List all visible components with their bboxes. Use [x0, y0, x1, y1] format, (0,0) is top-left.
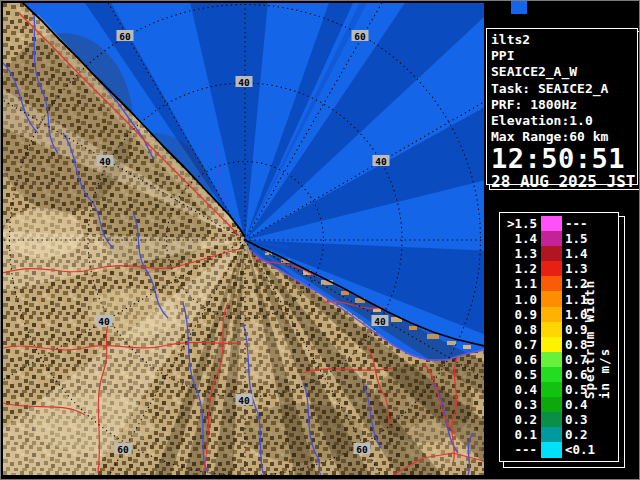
info-panel: ilts2 PPI SEAICE2_A_W Task: SEAICE2_A PR…: [486, 28, 638, 185]
svg-text:60: 60: [354, 31, 366, 42]
legend-low-label: 0.2: [500, 412, 537, 427]
legend-low-label: 0.7: [500, 337, 537, 352]
svg-text:40: 40: [238, 77, 250, 88]
range-label: 40: [97, 155, 114, 167]
legend-row: 1.41.5: [500, 231, 618, 246]
elevation-value: Elevation:1.0: [491, 113, 637, 129]
legend-low-label: 0.6: [500, 352, 537, 367]
legend-color-swatch: [541, 261, 562, 276]
svg-text:40: 40: [375, 156, 387, 167]
legend-row: >1.5---: [500, 216, 618, 231]
svg-text:40: 40: [374, 316, 386, 327]
legend-low-label: 1.3: [500, 246, 537, 261]
legend-high-label: 0.4: [565, 397, 588, 412]
legend-color-swatch: [541, 352, 562, 367]
legend-row: 0.30.4: [500, 397, 618, 412]
legend-color-swatch: [541, 412, 562, 427]
svg-text:60: 60: [119, 31, 131, 42]
legend-high-label: 1.4: [565, 246, 588, 261]
legend-color-swatch: [541, 367, 562, 382]
svg-text:40: 40: [99, 156, 111, 167]
svg-text:40: 40: [238, 395, 250, 406]
product-name: SEAICE2_A_W: [491, 64, 637, 80]
legend-low-label: 0.9: [500, 307, 537, 322]
station-id: ilts2: [491, 32, 637, 48]
task-name: Task: SEAICE2_A: [491, 81, 637, 97]
legend-low-label: 1.4: [500, 231, 537, 246]
legend-low-label: 1.2: [500, 261, 537, 276]
legend-color-swatch: [541, 291, 562, 306]
range-label: 60: [354, 443, 371, 455]
legend-color-swatch: [541, 442, 562, 457]
legend-row: 0.10.2: [500, 427, 618, 442]
color-scale-legend: >1.5---1.41.51.31.41.21.31.11.21.01.10.9…: [499, 212, 619, 462]
legend-color-swatch: [541, 427, 562, 442]
range-label: 40: [236, 76, 253, 88]
legend-low-label: 0.4: [500, 382, 537, 397]
legend-high-label: ---: [565, 216, 588, 231]
radar-app-window: 60406040404040406060 ilts2 PPI SEAICE2_A…: [0, 0, 640, 480]
svg-text:40: 40: [98, 316, 110, 327]
legend-low-label: 0.8: [500, 322, 537, 337]
range-label: 60: [117, 30, 134, 42]
legend-low-label: ---: [500, 442, 537, 457]
clock-time: 12:50:51: [491, 146, 637, 172]
prf-value: PRF: 1800Hz: [491, 97, 637, 113]
legend-color-swatch: [541, 382, 562, 397]
ppi-map-area[interactable]: 60406040404040406060: [3, 3, 484, 475]
legend-color-swatch: [541, 231, 562, 246]
scan-type: PPI: [491, 48, 637, 64]
legend-color-swatch: [541, 276, 562, 291]
legend-low-label: 1.1: [500, 276, 537, 291]
legend-high-label: 0.2: [565, 427, 588, 442]
legend-low-label: 1.0: [500, 292, 537, 307]
legend-title: Spectrum Width in m/s: [582, 275, 612, 399]
svg-text:60: 60: [356, 444, 368, 455]
legend-low-label: 0.1: [500, 427, 537, 442]
legend-color-swatch: [541, 216, 562, 231]
range-label: 40: [373, 155, 390, 167]
legend-color-swatch: [541, 337, 562, 352]
legend-low-label: >1.5: [500, 216, 537, 231]
legend-color-swatch: [541, 322, 562, 337]
range-label: 40: [96, 315, 113, 327]
legend-row: ---<0.1: [500, 442, 618, 457]
legend-color-swatch: [541, 246, 562, 261]
legend-color-swatch: [541, 307, 562, 322]
legend-row: 0.20.3: [500, 412, 618, 427]
legend-high-label: <0.1: [565, 442, 595, 457]
range-label: 60: [352, 30, 369, 42]
svg-text:60: 60: [117, 444, 129, 455]
stray-echo-pixel: [511, 1, 527, 14]
legend-color-swatch: [541, 397, 562, 412]
legend-row: 1.31.4: [500, 246, 618, 261]
ppi-canvas: 60406040404040406060: [3, 3, 484, 475]
range-label: 40: [236, 394, 253, 406]
legend-low-label: 0.5: [500, 367, 537, 382]
range-label: 60: [115, 443, 132, 455]
clock-date: 28 AUG 2025 JST: [491, 174, 637, 190]
legend-high-label: 0.3: [565, 412, 588, 427]
legend-high-label: 1.5: [565, 231, 588, 246]
range-label: 40: [372, 315, 389, 327]
legend-low-label: 0.3: [500, 397, 537, 412]
